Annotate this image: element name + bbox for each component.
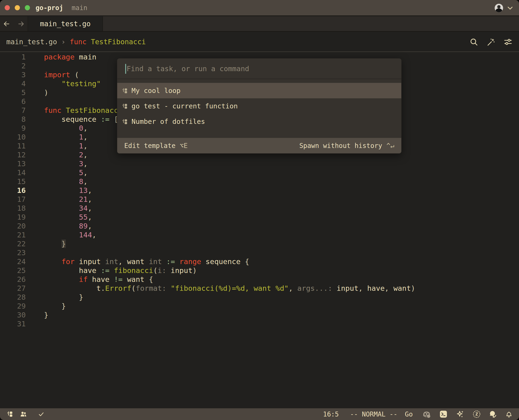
task-item[interactable]: go test - current function xyxy=(117,98,401,114)
code-line[interactable]: 29 } xyxy=(0,301,519,310)
project-panel-icon[interactable] xyxy=(7,411,14,417)
line-number: 24 xyxy=(0,257,26,266)
notifications-bell-icon[interactable] xyxy=(505,411,512,418)
collab-panel-people-icon[interactable] xyxy=(20,411,27,418)
task-item[interactable]: Number of dotfiles xyxy=(117,114,401,129)
breadcrumb-file: main_test.go xyxy=(6,38,57,46)
line-number: 4 xyxy=(0,79,26,88)
code-line[interactable]: 20 89, xyxy=(0,221,519,230)
chat-panel-icon[interactable] xyxy=(489,410,497,418)
vim-mode-indicator: -- NORMAL -- xyxy=(350,410,397,418)
status-bar: 16:5 -- NORMAL -- Go Z xyxy=(0,408,519,420)
code-text: 3, xyxy=(44,159,88,168)
line-number: 31 xyxy=(0,319,26,328)
code-line[interactable]: 30} xyxy=(0,310,519,319)
line-number: 5 xyxy=(0,88,26,97)
code-line[interactable]: 14 5, xyxy=(0,168,519,177)
task-search-placeholder: Find a task, or run a command xyxy=(126,59,249,79)
cursor-position[interactable]: 16:5 xyxy=(323,410,339,418)
code-text: have := fibonacci(i: input) xyxy=(44,266,197,275)
editor-controls-sliders-icon[interactable] xyxy=(503,37,513,47)
svg-text:Z: Z xyxy=(475,412,478,416)
line-number: 8 xyxy=(0,115,26,124)
code-line[interactable]: 27 t.Errorf(format: "fibonacci(%d)=%d, w… xyxy=(0,284,519,293)
line-number: 3 xyxy=(0,70,26,79)
line-number: 19 xyxy=(0,213,26,221)
edit-template-label: Edit template xyxy=(124,142,176,150)
code-text: 144, xyxy=(44,230,96,239)
user-avatar[interactable] xyxy=(495,4,503,12)
code-line[interactable]: 23 xyxy=(0,248,519,257)
chevron-down-icon[interactable] xyxy=(506,4,514,12)
line-number: 22 xyxy=(0,239,26,248)
edit-template-button[interactable]: Edit template ⌥E xyxy=(124,142,188,150)
project-name-button[interactable]: go-proj xyxy=(36,4,63,12)
breadcrumb-separator: › xyxy=(57,38,70,46)
task-icon xyxy=(122,119,128,125)
spawn-without-history-button[interactable]: Spawn without history ^↵ xyxy=(299,142,394,150)
code-line[interactable]: 16 13, xyxy=(0,186,519,195)
terminal-panel-icon[interactable] xyxy=(439,410,447,418)
task-label: My cool loop xyxy=(132,87,181,95)
line-number: 15 xyxy=(0,177,26,186)
line-number: 1 xyxy=(0,52,26,61)
language-selector[interactable]: Go xyxy=(405,410,413,418)
diagnostics-check-icon[interactable] xyxy=(38,411,44,417)
breadcrumb[interactable]: main_test.go › func TestFibonacci xyxy=(6,38,146,46)
code-text: 1, xyxy=(44,141,88,150)
editor-toolbar: main_test.go › func TestFibonacci xyxy=(0,32,519,52)
code-line[interactable]: 25 have := fibonacci(i: input) xyxy=(0,266,519,275)
avatar-person-icon xyxy=(496,8,502,12)
inline-assist-wand-icon[interactable] xyxy=(486,37,496,47)
task-search-input[interactable]: Find a task, or run a command xyxy=(117,59,401,79)
code-line[interactable]: 22 } xyxy=(0,239,519,248)
line-number: 21 xyxy=(0,230,26,239)
code-line[interactable]: 26 if have != want { xyxy=(0,275,519,284)
tab-label: main_test.go xyxy=(40,20,91,28)
task-picker-modal: Find a task, or run a command My cool lo… xyxy=(117,58,401,154)
code-text: 1, xyxy=(44,133,88,141)
code-text: if have != want { xyxy=(44,275,153,284)
task-label: go test - current function xyxy=(132,102,238,110)
zed-update-icon[interactable]: Z xyxy=(473,410,481,418)
code-line[interactable]: 17 21, xyxy=(0,195,519,204)
zed-window: go-proj main main_test.go main_test xyxy=(0,0,519,420)
nav-forward-button[interactable] xyxy=(17,20,25,28)
code-line[interactable]: 24 for input int, want int := range sequ… xyxy=(0,257,519,266)
line-number: 12 xyxy=(0,150,26,159)
line-number: 2 xyxy=(0,61,26,70)
breadcrumb-keyword: func xyxy=(70,38,91,46)
code-line[interactable]: 31 xyxy=(0,319,519,328)
code-line[interactable]: 15 8, xyxy=(0,177,519,186)
code-line[interactable]: 19 55, xyxy=(0,213,519,221)
assistant-sparkle-icon[interactable] xyxy=(456,410,464,418)
search-icon[interactable] xyxy=(468,37,479,47)
zoom-window-button[interactable] xyxy=(25,5,30,10)
code-text: for input int, want int := range sequenc… xyxy=(44,257,249,266)
task-icon xyxy=(122,88,128,94)
task-item[interactable]: My cool loop xyxy=(117,83,401,98)
code-text: } xyxy=(44,293,83,301)
git-branch-button[interactable]: main xyxy=(72,4,87,12)
minimize-window-button[interactable] xyxy=(15,5,20,10)
tab-main-test-go[interactable]: main_test.go xyxy=(28,16,103,31)
title-bar: go-proj main xyxy=(0,0,519,16)
code-text: ) xyxy=(44,88,48,97)
task-list: My cool loopgo test - current functionNu… xyxy=(117,79,401,129)
code-line[interactable]: 21 144, xyxy=(0,230,519,239)
line-number: 16 xyxy=(0,186,26,195)
nav-back-button[interactable] xyxy=(3,20,11,28)
code-text: import ( xyxy=(44,70,79,79)
code-text: 13, xyxy=(44,186,92,195)
line-number: 26 xyxy=(0,275,26,284)
code-line[interactable]: 28 } xyxy=(0,293,519,301)
code-line[interactable]: 18 34, xyxy=(0,204,519,213)
code-text: package main xyxy=(44,52,96,61)
code-line[interactable]: 13 3, xyxy=(0,159,519,168)
close-window-button[interactable] xyxy=(5,5,10,10)
code-text: "testing" xyxy=(44,79,101,88)
copilot-icon[interactable] xyxy=(422,410,431,419)
code-text: 5, xyxy=(44,168,88,177)
code-text: 2, xyxy=(44,150,88,159)
avatar-person-icon xyxy=(497,5,501,8)
